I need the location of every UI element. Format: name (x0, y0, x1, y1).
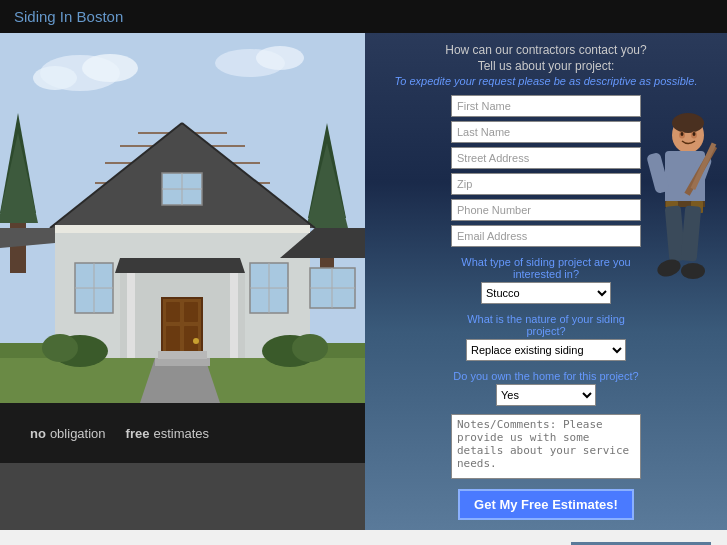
svg-rect-31 (127, 273, 135, 358)
svg-rect-28 (55, 225, 310, 233)
form-instruction: To expedite your request please be as de… (395, 75, 698, 87)
svg-point-55 (292, 334, 328, 362)
svg-rect-37 (166, 326, 180, 354)
svg-rect-36 (184, 302, 198, 322)
nature-select[interactable]: Replace existing siding New installation… (466, 339, 626, 361)
form-heading2: Tell us about your project: (478, 59, 615, 73)
site-title-colored: Boston (77, 8, 124, 25)
siding-type-select[interactable]: Stucco Vinyl Wood Fiber Cement (481, 282, 611, 304)
tagline-area: no obligation free estimates (0, 403, 365, 463)
svg-rect-57 (158, 351, 207, 359)
svg-rect-69 (681, 205, 702, 261)
street-input[interactable] (451, 147, 641, 169)
svg-point-5 (256, 46, 304, 70)
site-title: Siding In Boston (14, 8, 123, 25)
estimates-label: estimates (153, 426, 209, 441)
form-fields (451, 95, 641, 251)
svg-point-71 (681, 263, 705, 279)
right-panel: How can our contractors contact you? Tel… (365, 33, 727, 530)
siding-type-label: What type of siding project are you inte… (451, 256, 641, 280)
worker-figure (633, 113, 723, 313)
svg-point-3 (33, 66, 77, 90)
first-name-input[interactable] (451, 95, 641, 117)
no-label: no (30, 426, 46, 441)
house-image (0, 33, 365, 403)
svg-point-2 (82, 54, 138, 82)
tagline-no-obligation: no obligation (30, 426, 106, 441)
zip-input[interactable] (451, 173, 641, 195)
left-panel: no obligation free estimates (0, 33, 365, 530)
svg-point-53 (42, 334, 78, 362)
svg-rect-35 (166, 302, 180, 322)
submit-button[interactable]: Get My Free Estimates! (458, 489, 634, 520)
svg-rect-32 (230, 273, 238, 358)
nature-label: What is the nature of your siding projec… (451, 313, 641, 337)
main-area: no obligation free estimates (0, 33, 727, 530)
svg-marker-30 (115, 258, 245, 273)
notes-textarea[interactable] (451, 414, 641, 479)
last-name-input[interactable] (451, 121, 641, 143)
form-heading1: How can our contractors contact you? (445, 43, 646, 57)
top-bar: Siding In Boston (0, 0, 727, 33)
free-label: free (126, 426, 150, 441)
homeowner-label: Do you own the home for this project? (451, 370, 641, 382)
svg-point-75 (693, 132, 696, 136)
site-title-plain: Siding In (14, 8, 77, 25)
house-svg-container (0, 33, 365, 403)
homeowner-select[interactable]: Yes No (496, 384, 596, 406)
phone-input[interactable] (451, 199, 641, 221)
bottom-section: Welcome to Siding In Boston! (0, 530, 727, 545)
tagline-free-estimates: free estimates (126, 426, 210, 441)
svg-point-59 (672, 113, 704, 133)
email-input[interactable] (451, 225, 641, 247)
svg-point-74 (681, 132, 684, 136)
svg-point-39 (193, 338, 199, 344)
svg-rect-56 (155, 358, 210, 366)
obligation-label: obligation (50, 426, 106, 441)
